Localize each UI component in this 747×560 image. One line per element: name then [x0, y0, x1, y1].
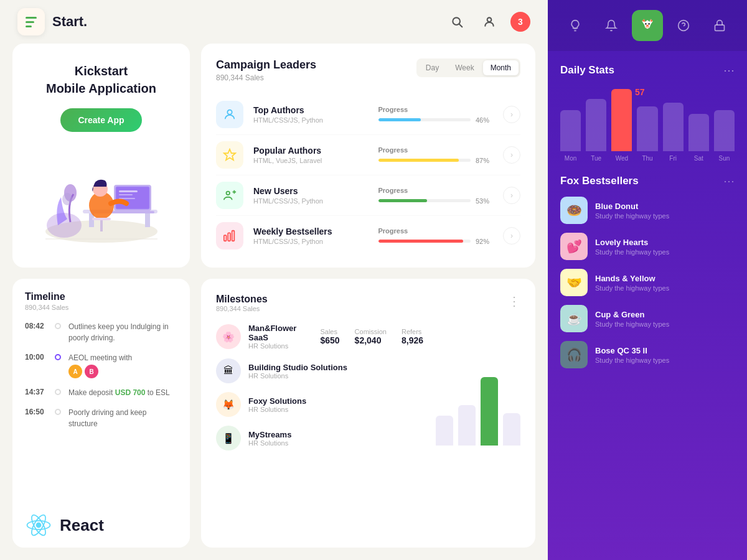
fox-bestsellers-header: Fox Bestsellers ⋯ [560, 174, 735, 188]
popular-authors-icon [216, 141, 243, 169]
top-authors-arrow[interactable]: › [503, 106, 520, 123]
svg-point-30 [36, 523, 42, 528]
sidebar-icon-lightbulb[interactable] [560, 10, 591, 41]
top-authors-info: Top Authors HTML/CSS/JS, Python [253, 105, 369, 124]
tab-week[interactable]: Week [448, 60, 481, 75]
popular-authors-arrow[interactable]: › [503, 146, 520, 164]
header-right: 3 [446, 11, 530, 33]
timeline-item-1000: 10:00 AEOL meeting with A B [25, 352, 177, 378]
tab-day[interactable]: Day [418, 60, 446, 75]
lovely-hearts-info: Lovely Hearts Study the highway types [595, 238, 669, 256]
popular-authors-info: Popular Authors HTML, VueJS, Laravel [253, 146, 369, 164]
foxy-info: Foxy Solutions HR Solutions [248, 396, 423, 413]
svg-rect-28 [228, 233, 230, 241]
manflower-info: Man&Flower SaaS HR Solutions [248, 324, 312, 350]
milestone-row-manflower: 🌸 Man&Flower SaaS HR Solutions Sales $65… [216, 324, 423, 350]
manflower-stats: Sales $650 Comission $2,040 Refers 8,926 [320, 328, 423, 345]
weekly-bestsellers-arrow[interactable]: › [503, 227, 520, 245]
top-authors-icon [216, 101, 243, 128]
create-app-button[interactable]: Create App [60, 108, 141, 132]
logo-icon [17, 8, 45, 35]
chart-bar-3-highlight [481, 377, 498, 446]
chart-bar-1 [436, 416, 453, 446]
sidebar-icon-help[interactable] [668, 10, 699, 41]
kickstart-title: Kickstart Mobile Application [46, 62, 156, 97]
user-icon[interactable] [478, 11, 500, 33]
milestone-row-foxy: 🦊 Foxy Solutions HR Solutions [216, 392, 423, 417]
milestones-card: Milestones 890,344 Sales ⋮ 🌸 Man&Flower … [201, 279, 535, 548]
header-left: Start. [17, 8, 87, 35]
building-studio-info: Building Studio Solutions HR Solutions [248, 363, 423, 380]
daily-stats-title: Daily Stats [560, 64, 614, 77]
bar-sun: Sun [714, 110, 735, 162]
svg-rect-20 [100, 220, 103, 231]
blue-donut-thumb: 🍩 [560, 197, 588, 224]
bar-sat: Sat [688, 114, 709, 162]
campaign-row-top-authors: Top Authors HTML/CSS/JS, Python Progress… [216, 95, 520, 135]
weekly-bestsellers-info: Weekly Bestsellers HTML/CSS/JS, Python [253, 226, 369, 245]
search-icon[interactable] [446, 11, 468, 33]
svg-rect-38 [715, 25, 725, 30]
notification-badge[interactable]: 3 [510, 12, 530, 32]
app-title: Start. [52, 14, 87, 30]
react-logo-icon [25, 511, 52, 539]
react-footer: React [12, 503, 190, 548]
chart-bar-4 [503, 413, 520, 446]
milestones-options[interactable]: ⋮ [508, 294, 520, 312]
svg-rect-9 [145, 213, 150, 227]
campaign-card: Campaign Leaders 890,344 Sales Day Week … [201, 44, 535, 268]
sidebar-icon-fox-active[interactable] [632, 10, 663, 41]
bar-mon: Mon [560, 110, 581, 162]
weekly-bestsellers-progress: Progress 92% [378, 227, 494, 245]
chart-bar-2 [458, 405, 476, 446]
milestones-chart [436, 376, 520, 450]
daily-stats-options[interactable]: ⋯ [723, 63, 735, 77]
sidebar-icon-notification[interactable] [596, 10, 627, 41]
campaign-title: Campaign Leaders [216, 58, 316, 72]
fox-bestsellers-section: Fox Bestsellers ⋯ 🍩 Blue Donut Study the… [548, 172, 747, 560]
bar-chart: Mon Tue Wed Thu Fri [560, 87, 735, 162]
popular-authors-progress: Progress 87% [378, 146, 494, 164]
new-users-info: New Users HTML/CSS/JS, Python [253, 186, 369, 205]
svg-rect-27 [224, 235, 227, 241]
svg-point-24 [227, 192, 230, 195]
fox-bestsellers-title: Fox Bestsellers [560, 175, 639, 187]
milestones-list: 🌸 Man&Flower SaaS HR Solutions Sales $65… [216, 324, 423, 450]
timeline-title: Timeline [25, 291, 177, 302]
cup-green-thumb: ☕ [560, 305, 588, 332]
bestseller-hands-yellow: 🤝 Hands & Yellow Study the highway types [560, 269, 735, 296]
svg-point-2 [487, 17, 492, 22]
bestseller-blue-donut: 🍩 Blue Donut Study the highway types [560, 197, 735, 224]
svg-marker-23 [224, 149, 235, 160]
new-users-icon [216, 182, 243, 209]
sidebar-icon-lock[interactable] [704, 10, 735, 41]
bose-qc35-info: Bose QC 35 II Study the highway types [595, 346, 669, 364]
tab-month[interactable]: Month [483, 60, 519, 75]
cup-green-info: Cup & Green Study the highway types [595, 310, 669, 328]
mystreams-icon: 📱 [216, 426, 241, 450]
svg-point-22 [227, 110, 232, 114]
app-header: Start. 3 [0, 0, 548, 44]
svg-line-1 [459, 24, 463, 27]
campaign-row-popular-authors: Popular Authors HTML, VueJS, Laravel Pro… [216, 135, 520, 175]
svg-point-35 [648, 23, 650, 25]
campaign-row-weekly-bestsellers: Weekly Bestsellers HTML/CSS/JS, Python P… [216, 216, 520, 256]
milestones-title: Milestones [216, 294, 268, 305]
timeline-item-0842: 08:42 Outlines keep you Indulging inpoor… [25, 321, 177, 343]
manflower-icon: 🌸 [216, 324, 241, 349]
hands-yellow-thumb: 🤝 [560, 269, 588, 296]
mystreams-info: MyStreams HR Solutions [248, 430, 423, 447]
bar-thu: Thu [637, 106, 657, 162]
timeline-item-1437: 14:37 Make deposit USD 700 to ESL [25, 387, 177, 398]
milestones-content: 🌸 Man&Flower SaaS HR Solutions Sales $65… [216, 324, 520, 450]
milestone-row-building-studio: 🏛 Building Studio Solutions HR Solutions [216, 358, 423, 383]
fox-bestsellers-options[interactable]: ⋯ [723, 174, 735, 188]
campaign-header: Campaign Leaders 890,344 Sales Day Week … [216, 58, 520, 82]
new-users-progress: Progress 53% [378, 187, 494, 205]
right-sidebar: Daily Stats ⋯ 57 Mon Tue Wed [548, 0, 747, 560]
daily-stats-section: Daily Stats ⋯ 57 Mon Tue Wed [548, 51, 747, 172]
milestone-row-mystreams: 📱 MyStreams HR Solutions [216, 426, 423, 450]
svg-point-34 [645, 23, 647, 25]
new-users-arrow[interactable]: › [503, 187, 520, 204]
bar-wed: Wed [611, 89, 632, 162]
